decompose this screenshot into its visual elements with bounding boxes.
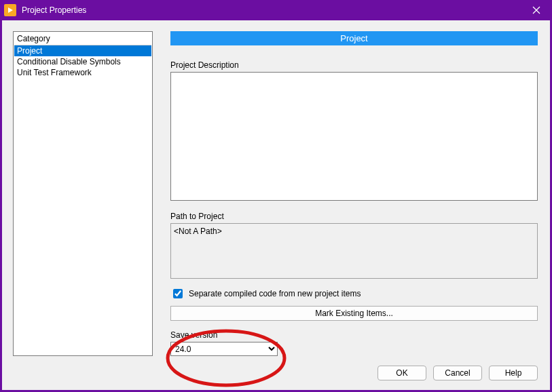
sidebar-header: Category (14, 33, 151, 45)
window-title: Project Properties (22, 5, 86, 15)
project-description-label: Project Description (170, 60, 538, 70)
save-version-select[interactable]: 24.0 (170, 342, 278, 356)
sidebar-item-label: Conditional Disable Symbols (17, 57, 121, 66)
path-to-project-label: Path to Project (170, 212, 538, 221)
sidebar-item-label: Project (17, 46, 42, 56)
app-icon (4, 4, 16, 16)
close-icon (532, 6, 540, 14)
path-to-project-display: <Not A Path> (170, 223, 538, 279)
cancel-button[interactable]: Cancel (433, 366, 482, 380)
titlebar: Project Properties (0, 0, 552, 20)
dialog-body: Category Project Conditional Disable Sym… (0, 20, 552, 392)
sidebar-item-project[interactable]: Project (14, 45, 151, 56)
save-version-label: Save version (170, 330, 538, 340)
sidebar-item-unit-test-framework[interactable]: Unit Test Framework (14, 67, 151, 78)
svg-marker-0 (8, 7, 13, 13)
panel-title: Project (170, 31, 538, 45)
ok-button[interactable]: OK (378, 366, 426, 380)
dialog-button-row: OK Cancel Help (13, 366, 538, 380)
mark-existing-items-button[interactable]: Mark Existing Items... (170, 306, 538, 321)
separate-compiled-label: Separate compiled code from new project … (189, 289, 361, 298)
category-sidebar: Category Project Conditional Disable Sym… (13, 31, 153, 356)
sidebar-item-conditional-disable-symbols[interactable]: Conditional Disable Symbols (14, 56, 151, 67)
help-button[interactable]: Help (489, 366, 538, 380)
close-button[interactable] (521, 0, 552, 20)
project-description-input[interactable] (170, 72, 538, 201)
main-panel: Project Project Description Path to Proj… (170, 31, 538, 356)
separate-compiled-checkbox[interactable] (173, 289, 183, 298)
sidebar-item-label: Unit Test Framework (17, 68, 92, 77)
